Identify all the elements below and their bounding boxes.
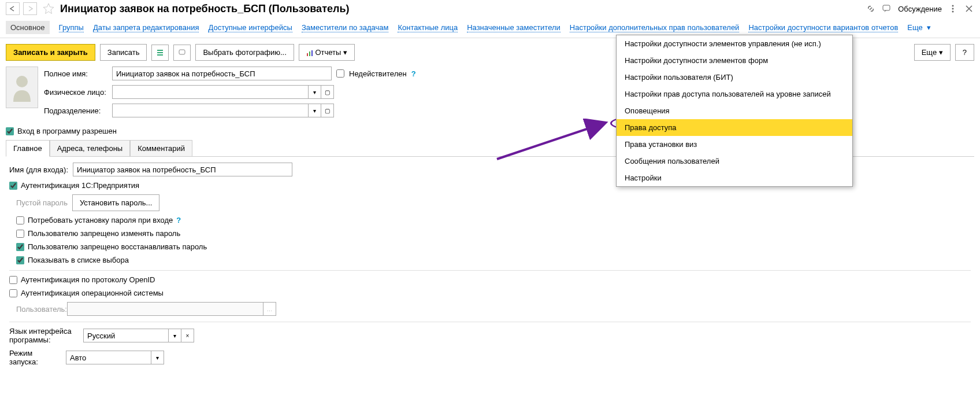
nav-report-variants[interactable]: Настройки доступности вариантов отчетов <box>748 23 898 32</box>
svg-rect-7 <box>179 50 185 54</box>
login-name-input[interactable] <box>73 163 292 176</box>
auth-1c-label: Аутентификация 1С:Предприятия <box>21 181 139 190</box>
report-icon <box>306 50 313 57</box>
language-select[interactable] <box>83 329 169 342</box>
chat-button[interactable] <box>173 45 191 61</box>
favorite-icon[interactable] <box>43 3 54 14</box>
department-open-button[interactable]: ▢ <box>321 104 334 117</box>
login-allowed-label: Вход в программу разрешен <box>17 127 117 135</box>
more-button[interactable]: Еще ▾ <box>914 44 951 61</box>
svg-rect-0 <box>883 5 890 10</box>
tab-addresses[interactable]: Адреса, телефоны <box>50 140 131 156</box>
nav-interfaces[interactable]: Доступные интерфейсы <box>208 23 292 32</box>
help-button[interactable]: ? <box>955 44 974 61</box>
svg-rect-10 <box>311 50 313 56</box>
nav-assigned-deputies[interactable]: Назначенные заместители <box>467 23 560 32</box>
speech-icon <box>178 49 186 57</box>
login-allowed-checkbox[interactable] <box>6 127 14 135</box>
svg-rect-8 <box>307 53 308 56</box>
page-title: Инициатор заявок на потребность_БСП (Пол… <box>60 3 349 15</box>
tab-main[interactable]: Главное <box>6 140 50 157</box>
nav-contacts[interactable]: Контактные лица <box>398 23 458 32</box>
dropdown-item-0[interactable]: Настройки доступности элементов управлен… <box>617 35 852 52</box>
invalid-label: Недействителен <box>349 69 407 78</box>
login-name-label: Имя (для входа): <box>9 165 68 174</box>
save-button[interactable]: Записать <box>100 44 147 61</box>
auth-1c-checkbox[interactable] <box>9 182 17 190</box>
choose-photo-button[interactable]: Выбрать фотографию... <box>195 44 294 61</box>
require-password-checkbox[interactable] <box>16 216 24 224</box>
launch-mode-dropdown-button[interactable]: ▾ <box>151 351 164 364</box>
dropdown-item-5[interactable]: Права доступа <box>617 119 852 136</box>
launch-mode-label: Режим запуска: <box>9 349 61 366</box>
department-input[interactable] <box>112 104 309 117</box>
language-label: Язык интерфейса программы: <box>9 327 79 344</box>
dropdown-item-8[interactable]: Настройки <box>617 169 852 186</box>
tab-comment[interactable]: Комментарий <box>130 140 192 156</box>
reports-button[interactable]: Отчеты ▾ <box>299 44 355 61</box>
nav-groups[interactable]: Группы <box>59 23 84 32</box>
nav-main[interactable]: Основное <box>6 21 50 34</box>
dropdown-item-4[interactable]: Оповещения <box>617 102 852 119</box>
person-label: Физическое лицо: <box>44 88 107 97</box>
forbid-restore-checkbox[interactable] <box>16 243 24 251</box>
arrow-left-icon <box>9 6 16 12</box>
person-input[interactable] <box>112 85 309 99</box>
language-dropdown-button[interactable]: ▾ <box>169 329 181 342</box>
dropdown-item-7[interactable]: Сообщения пользователей <box>617 153 852 169</box>
department-label: Подразделение: <box>44 106 107 115</box>
list-icon <box>156 49 164 57</box>
svg-rect-4 <box>157 50 163 51</box>
require-password-label: Потребовать установку пароля при входе <box>28 216 173 224</box>
link-icon[interactable] <box>866 3 876 14</box>
auth-openid-checkbox[interactable] <box>9 276 17 284</box>
nav-deputies-tasks[interactable]: Заместители по задачам <box>302 23 389 32</box>
card-view-button[interactable] <box>151 45 169 61</box>
full-name-label: Полное имя: <box>44 69 107 78</box>
svg-point-2 <box>952 8 954 10</box>
person-open-button[interactable]: ▢ <box>321 85 334 99</box>
launch-mode-select[interactable] <box>66 351 151 364</box>
avatar[interactable] <box>6 67 38 108</box>
person-dropdown-button[interactable]: ▾ <box>309 85 321 99</box>
os-user-input <box>67 302 263 316</box>
forbid-change-checkbox[interactable] <box>16 230 24 238</box>
forbid-change-label: Пользователю запрещено изменять пароль <box>28 229 180 238</box>
close-icon[interactable] <box>964 3 974 14</box>
discuss-icon[interactable] <box>882 3 892 14</box>
dropdown-item-1[interactable]: Настройки доступности элементов форм <box>617 52 852 69</box>
svg-point-1 <box>952 5 954 7</box>
help-icon[interactable]: ? <box>411 69 416 78</box>
discuss-label[interactable]: Обсуждение <box>898 5 942 13</box>
set-password-button[interactable]: Установить пароль... <box>72 194 159 211</box>
full-name-input[interactable] <box>112 67 332 80</box>
nav-forward-button[interactable] <box>23 2 37 15</box>
language-clear-button[interactable]: × <box>181 329 194 342</box>
empty-password-label: Пустой пароль <box>16 198 68 207</box>
dropdown-item-2[interactable]: Настройки пользователя (БИТ) <box>617 69 852 86</box>
svg-rect-6 <box>157 54 163 56</box>
os-user-label: Пользователь: <box>16 305 62 314</box>
auth-os-label: Аутентификация операционной системы <box>21 289 164 297</box>
more-dropdown-menu: Настройки доступности элементов управлен… <box>616 35 853 187</box>
invalid-checkbox[interactable] <box>336 69 344 78</box>
svg-point-3 <box>952 11 954 13</box>
arrow-right-icon <box>27 6 34 12</box>
department-dropdown-button[interactable]: ▾ <box>309 104 321 117</box>
dropdown-item-6[interactable]: Права установки виз <box>617 136 852 153</box>
more-menu-icon[interactable] <box>948 3 958 14</box>
show-in-list-label: Показывать в списке выбора <box>28 256 129 264</box>
svg-rect-5 <box>157 52 163 53</box>
auth-openid-label: Аутентификация по протоколу OpenID <box>21 275 155 284</box>
dropdown-item-3[interactable]: Настройки прав доступа пользователей на … <box>617 86 852 102</box>
svg-point-11 <box>16 76 28 87</box>
save-close-button[interactable]: Записать и закрыть <box>6 44 95 61</box>
show-in-list-checkbox[interactable] <box>16 256 24 264</box>
nav-extra-rights[interactable]: Настройки дополнительных прав пользовате… <box>570 23 740 32</box>
nav-more[interactable]: Еще ▾ <box>907 23 931 32</box>
help-icon-2[interactable]: ? <box>176 216 181 224</box>
svg-rect-9 <box>309 51 310 56</box>
nav-edit-ban-dates[interactable]: Даты запрета редактирования <box>93 23 199 32</box>
nav-back-button[interactable] <box>6 2 20 15</box>
auth-os-checkbox[interactable] <box>9 289 17 297</box>
